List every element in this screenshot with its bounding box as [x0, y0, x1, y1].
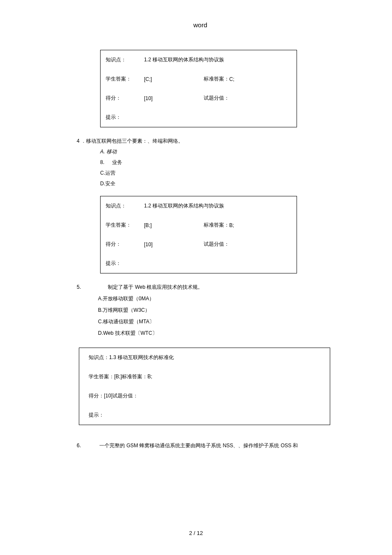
q4-option-b-num: 8.: [100, 159, 104, 165]
hint-line: 提示：: [79, 405, 330, 425]
score-line: 得分：[10]试题分值：: [79, 386, 330, 405]
q4-option-d: D.安全: [100, 180, 324, 187]
standard-answer-label: 标准答案：: [204, 221, 229, 229]
knowledge-label: 知识点：: [106, 56, 144, 63]
q6-text: 一个完整的 GSM 蜂窝移动通信系统主要由网络子系统 NSS、、操作维护子系统 …: [99, 443, 298, 449]
score-label: 得分：: [106, 241, 144, 248]
q4-option-b-text: 业务: [112, 159, 122, 165]
q4-number: 4: [77, 138, 80, 144]
standard-answer-value: C;: [229, 76, 234, 82]
score-value: [10]: [144, 242, 204, 247]
student-answer-label: 学生答案：: [106, 221, 144, 229]
question-4: 4 ．移动互联网包括三个要素：、终端和网络。 A. 移动 8. 业务 C.运营 …: [77, 138, 324, 187]
q5-option-c: C.移动通信联盟（MTA〕: [98, 318, 324, 325]
q4-option-c: C.运营: [100, 170, 324, 177]
question-score-label: 试题分值：: [204, 241, 229, 248]
knowledge-value: 1.2 移动互联网的体系结构与协议族: [144, 56, 224, 63]
question-5: 5. 制定了基于 Web 根底应用技术的技术规。 A.开放移动联盟（0MA） B…: [77, 284, 324, 337]
q5-option-d: D.Web 技术联盟〔WTC〕: [98, 330, 324, 337]
q4-text: ．移动互联网包括三个要素：、终端和网络。: [81, 138, 183, 144]
hint-label: 提示：: [106, 260, 121, 267]
knowledge-line: 知识点：1.3 移动互联网技术的标准化: [79, 348, 330, 367]
q5-option-a: A.开放移动联盟（0MA）: [98, 295, 324, 302]
standard-answer-value: B;: [229, 222, 234, 228]
hint-label: 提示：: [106, 114, 121, 121]
q6-number: 6.: [77, 443, 81, 449]
answer-box-q4: 知识点： 1.2 移动互联网的体系结构与协议族 学生答案： [B;] 标准答案：…: [100, 196, 297, 273]
student-answer-value: [C;]: [144, 76, 204, 82]
score-label: 得分：: [106, 95, 144, 102]
q5-text: 制定了基于 Web 根底应用技术的技术规。: [108, 284, 203, 290]
page-footer: 2 / 12: [0, 530, 392, 536]
student-answer-value: [B;]: [144, 222, 204, 228]
standard-answer-label: 标准答案：: [204, 75, 229, 83]
student-answer-line: 学生答案：[B;]标准答案：B;: [79, 367, 330, 386]
q4-option-a: A. 移动: [100, 148, 324, 155]
score-value: [10]: [144, 95, 204, 101]
page-header: word: [77, 21, 324, 29]
question-6: 6. 一个完整的 GSM 蜂窝移动通信系统主要由网络子系统 NSS、、操作维护子…: [77, 442, 324, 449]
q5-option-b: B.万维网联盟（W3C）: [98, 307, 324, 314]
q4-option-b: 8. 业务: [100, 159, 324, 166]
knowledge-label: 知识点：: [106, 202, 144, 210]
q5-number: 5.: [77, 284, 81, 290]
knowledge-value: 1.2 移动互联网的体系结构与协议族: [144, 202, 224, 210]
answer-box-q5: 知识点：1.3 移动互联网技术的标准化 学生答案：[B;]标准答案：B; 得分：…: [79, 348, 330, 425]
answer-box-q3: 知识点： 1.2 移动互联网的体系结构与协议族 学生答案： [C;] 标准答案：…: [100, 50, 297, 127]
question-score-label: 试题分值：: [204, 95, 229, 102]
student-answer-label: 学生答案：: [106, 75, 144, 83]
